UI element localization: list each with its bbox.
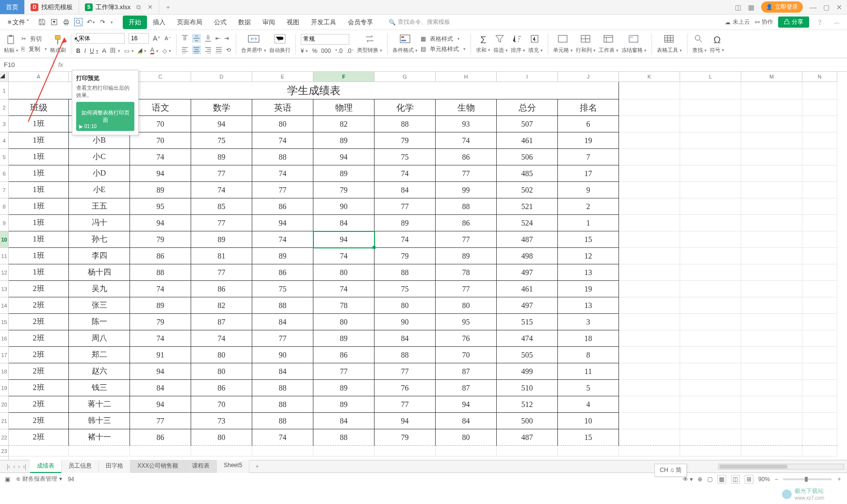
symbol-button[interactable]: Ω符号▾ <box>710 34 724 54</box>
cell[interactable]: 85 <box>191 198 252 215</box>
cell[interactable]: 1班 <box>9 198 69 215</box>
cell[interactable]: 89 <box>130 182 191 198</box>
cell[interactable]: 485 <box>497 165 558 182</box>
file-menu[interactable]: ≡ 文件 ˅ <box>4 16 33 29</box>
row-header-3[interactable]: 3 <box>0 116 8 132</box>
cell[interactable] <box>741 165 802 182</box>
display-icon[interactable]: ▢ <box>707 476 713 483</box>
maximize-button[interactable]: ▢ <box>823 3 830 11</box>
sheet-tab[interactable]: 成绩表 <box>30 460 62 473</box>
tab-nav-prev[interactable]: ‹ <box>13 463 15 470</box>
cell[interactable]: 4 <box>558 396 619 413</box>
cell[interactable]: 497 <box>497 297 558 314</box>
cell[interactable] <box>313 446 375 456</box>
cell[interactable]: 74 <box>130 330 191 347</box>
cell[interactable]: 84 <box>130 380 191 396</box>
cell[interactable]: 5 <box>558 380 619 396</box>
cut-button[interactable]: ✂ 剪切 <box>21 35 47 43</box>
cell[interactable]: 74 <box>191 182 252 198</box>
cell[interactable] <box>69 446 130 456</box>
cell[interactable]: 94 <box>252 215 313 231</box>
cloud-status[interactable]: ☁ 未上云 <box>725 18 750 26</box>
cell[interactable]: 1班 <box>9 116 69 132</box>
cell[interactable] <box>741 413 802 429</box>
row-header-13[interactable]: 13 <box>0 281 8 297</box>
menu-tab-layout[interactable]: 页面布局 <box>171 16 208 29</box>
cell[interactable]: 86 <box>252 198 313 215</box>
cell[interactable]: 1班 <box>9 132 69 149</box>
cell[interactable] <box>802 182 837 198</box>
cell[interactable]: 506 <box>497 149 558 165</box>
cell[interactable] <box>680 132 741 149</box>
cell[interactable]: 84 <box>375 330 436 347</box>
cell[interactable] <box>802 347 837 363</box>
cell[interactable]: 89 <box>191 149 252 165</box>
row-header-4[interactable]: 4 <box>0 132 8 149</box>
cell[interactable]: 89 <box>191 231 252 248</box>
cell[interactable] <box>802 380 837 396</box>
col-header-N[interactable]: N <box>802 72 837 82</box>
sheet-tab[interactable]: Sheet5 <box>217 460 249 473</box>
cell[interactable]: 张三 <box>69 297 130 314</box>
cell[interactable] <box>619 297 680 314</box>
cell[interactable] <box>741 264 802 281</box>
view-page-icon[interactable]: ◫ <box>731 475 740 484</box>
undo-icon[interactable]: ↶▾ <box>87 18 95 26</box>
cell[interactable]: 18 <box>558 330 619 347</box>
grid[interactable]: 学生成绩表班级姓名语文数学英语物理化学生物总分排名1班小A70948082889… <box>9 82 847 456</box>
align-center-icon[interactable] <box>192 46 201 54</box>
cell[interactable] <box>619 281 680 297</box>
font-size-select[interactable] <box>129 33 149 44</box>
cell[interactable]: 89 <box>375 215 436 231</box>
cell[interactable]: 487 <box>497 231 558 248</box>
cell[interactable] <box>619 330 680 347</box>
cell[interactable]: 94 <box>130 363 191 380</box>
cell[interactable]: 94 <box>313 231 375 248</box>
row-header-9[interactable]: 9 <box>0 215 8 231</box>
cell[interactable]: 数学 <box>191 99 252 116</box>
cell[interactable]: 82 <box>191 297 252 314</box>
col-header-C[interactable]: C <box>130 72 191 82</box>
tab-templates[interactable]: D找稻壳模板 <box>25 0 79 14</box>
cell[interactable]: 86 <box>191 281 252 297</box>
cell[interactable]: 94 <box>130 215 191 231</box>
cell[interactable]: 515 <box>497 314 558 330</box>
align-middle-icon[interactable] <box>192 34 201 43</box>
cell[interactable] <box>680 281 741 297</box>
cell[interactable]: 99 <box>436 182 497 198</box>
cell[interactable]: 12 <box>558 248 619 264</box>
cell[interactable]: 物理 <box>313 99 375 116</box>
cell[interactable]: 95 <box>130 198 191 215</box>
underline-button[interactable]: U▾ <box>90 48 98 54</box>
cell[interactable] <box>680 116 741 132</box>
help-icon[interactable]: ﹖ <box>814 18 826 27</box>
command-search[interactable]: 🔍 查找命令、搜索模板 <box>389 18 450 26</box>
cell[interactable]: 93 <box>436 116 497 132</box>
decrease-indent-icon[interactable]: ⇤ <box>215 35 220 42</box>
cell[interactable] <box>619 314 680 330</box>
sheet-tab[interactable]: 课程表 <box>185 460 217 473</box>
cell[interactable] <box>619 429 680 446</box>
cell[interactable]: 17 <box>558 165 619 182</box>
row-header-19[interactable]: 19 <box>0 380 8 396</box>
table-style-button[interactable]: ▦ 表格样式▾ <box>421 35 466 43</box>
cell[interactable] <box>619 99 680 116</box>
cell[interactable]: 15 <box>558 231 619 248</box>
cell[interactable]: 小C <box>69 149 130 165</box>
cell[interactable] <box>9 446 69 456</box>
cell[interactable] <box>802 446 837 456</box>
cell[interactable]: 2班 <box>9 330 69 347</box>
cell-shape-button[interactable]: ▭▾ <box>124 48 134 54</box>
cell[interactable]: 77 <box>191 264 252 281</box>
cell[interactable] <box>680 314 741 330</box>
menu-tab-start[interactable]: 开始 <box>123 16 147 29</box>
cell[interactable] <box>741 149 802 165</box>
cell[interactable]: 郑二 <box>69 347 130 363</box>
cell[interactable]: 75 <box>375 149 436 165</box>
cell[interactable] <box>802 413 837 429</box>
cell[interactable]: 88 <box>436 198 497 215</box>
cell[interactable]: 521 <box>497 198 558 215</box>
row-header-14[interactable]: 14 <box>0 297 8 314</box>
strikethrough-button[interactable]: A <box>102 48 106 54</box>
cell[interactable]: 75 <box>252 281 313 297</box>
